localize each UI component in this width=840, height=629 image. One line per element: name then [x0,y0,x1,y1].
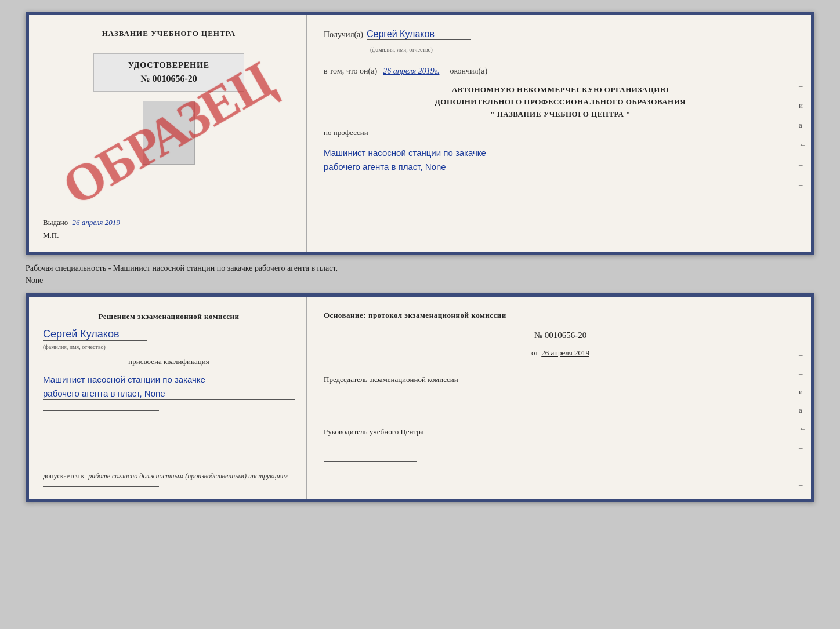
vydano-line: Выдано 26 апреля 2019 [43,212,120,227]
vtom-row: в том, что он(а) 26 апреля 2019г. окончи… [324,67,797,76]
predsedatel-block: Председатель экзаменационной комиссии [324,368,797,408]
ot-date-value: 26 апреля 2019 [541,348,589,357]
rukovoditel-block: Руководитель учебного Центра [324,420,797,464]
dopuskaetsya-label: допускается к [43,472,84,480]
separator-text: Рабочая специальность - Машинист насосно… [26,262,814,286]
poluchil-value: Сергей Кулаков [367,29,471,40]
photo-placeholder [143,101,195,165]
dopuskaetsya-value: работе согласно должностным (производств… [88,472,288,480]
profession-lines: Машинист насосной станции по закачке раб… [324,146,797,173]
mp-label: М.П. [43,231,59,240]
h-line-3 [43,419,159,419]
bottom-left-panel: Решением экзаменационной комиссии Сергей… [29,297,307,499]
qual-line2: рабочего агента в пласт, None [43,388,295,400]
poluchil-label: Получил(а) [324,30,363,39]
predsedatel-label: Председатель экзаменационной комиссии [324,375,797,384]
right-margin-marks-bottom: – – – и а ← – – – [799,332,806,489]
udostoverenie-title: УДОСТОВЕРЕНИЕ [103,61,234,70]
vydano-label: Выдано [43,218,68,227]
dopuskaetsya-row: допускается к работе согласно должностны… [43,472,295,481]
h-line-2 [43,415,159,415]
resheniem-title: Решением экзаменационной комиссии [43,311,295,322]
profession-line2: рабочего агента в пласт, None [324,162,797,173]
vtom-label: в том, что он(а) [324,67,377,76]
protocol-number-text: № 0010656-20 [534,330,587,340]
right-margin-marks: – – и а ← – – [799,61,806,189]
top-right-panel: Получил(а) Сергей Кулаков – (фамилия, им… [307,15,811,252]
prisvoena-label: присвоена квалификация [43,357,295,366]
qualification-lines: Машинист насосной станции по закачке раб… [43,372,295,400]
rukovoditel-signature [324,450,417,462]
ot-label: от [531,348,538,357]
bottom-document: Решением экзаменационной комиссии Сергей… [26,293,814,502]
name-row: Сергей Кулаков (фамилия, имя, отчество) [43,328,295,351]
udostoverenie-number: № 0010656-20 [103,74,234,84]
block-line3: " НАЗВАНИЕ УЧЕБНОГО ЦЕНТРА " [324,108,797,121]
rukovoditel-label: Руководитель учебного Центра [324,427,797,437]
center-block: АВТОНОМНУЮ НЕКОММЕРЧЕСКУЮ ОРГАНИЗАЦИЮ ДО… [324,84,797,120]
udostoverenie-box: УДОСТОВЕРЕНИЕ № 0010656-20 [93,53,244,92]
predsedatel-signature [324,394,428,405]
familiya-label-bottom: (фамилия, имя, отчество) [43,344,106,350]
poluchil-row: Получил(а) Сергей Кулаков – [324,29,797,40]
ot-date-row: от 26 апреля 2019 [324,348,797,358]
vtom-value: 26 апреля 2019г. [383,67,439,76]
block-line1: АВТОНОМНУЮ НЕКОММЕРЧЕСКУЮ ОРГАНИЗАЦИЮ [324,84,797,96]
familiya-subtitle: (фамилия, имя, отчество) [370,46,433,53]
profession-line1: Машинист насосной станции по закачке [324,148,797,159]
top-document: НАЗВАНИЕ УЧЕБНОГО ЦЕНТРА ОБРАЗЕЦ УДОСТОВ… [26,12,814,255]
osnovaniye-title: Основание: протокол экзаменационной коми… [324,311,797,320]
top-center-title: НАЗВАНИЕ УЧЕБНОГО ЦЕНТРА [102,29,236,38]
h-line-1 [43,410,159,411]
bottom-right-panel: Основание: протокол экзаменационной коми… [307,297,811,499]
protocol-number: № 0010656-20 [324,330,797,340]
name-value: Сергей Кулаков [43,328,147,341]
h-line-bottom [43,486,159,487]
qual-line1: Машинист насосной станции по закачке [43,375,295,386]
top-left-panel: НАЗВАНИЕ УЧЕБНОГО ЦЕНТРА ОБРАЗЕЦ УДОСТОВ… [29,15,307,252]
okonchil-label: окончил(а) [450,67,487,76]
block-line2: ДОПОЛНИТЕЛЬНОГО ПРОФЕССИОНАЛЬНОГО ОБРАЗО… [324,96,797,108]
h-lines-block [43,410,295,419]
vydano-date: 26 апреля 2019 [73,218,120,227]
separator-line1: Рабочая специальность - Машинист насосно… [26,262,814,274]
separator-line2: None [26,274,814,286]
po-professii-label: по профессии [324,128,797,137]
